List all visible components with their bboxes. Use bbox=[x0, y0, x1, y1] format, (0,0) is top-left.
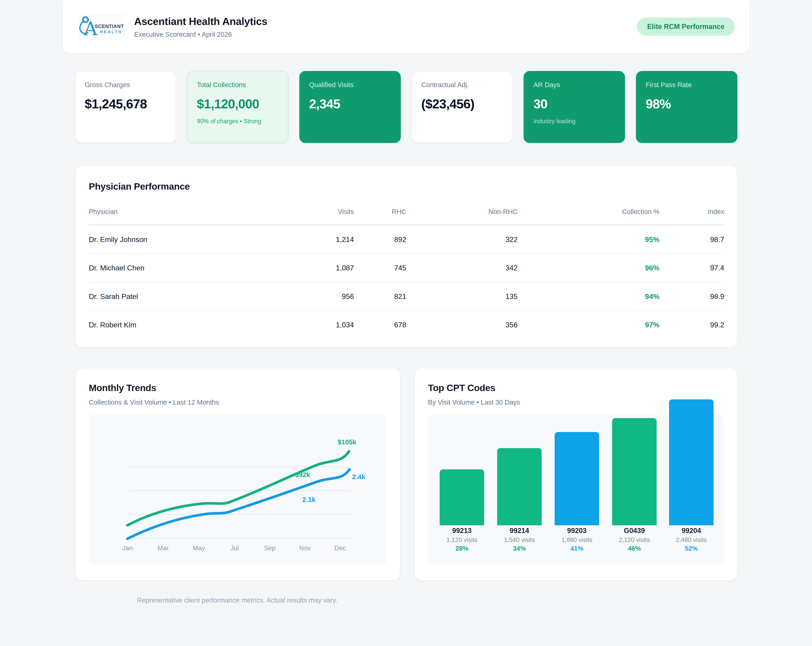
app-header: A SCENTIANT HEALTH Ascentiant Health Ana… bbox=[63, 0, 749, 53]
column-header-non-rhc: Non-RHC bbox=[406, 200, 517, 225]
kpi-value: $1,120,000 bbox=[197, 96, 279, 111]
rhc-value: 892 bbox=[354, 225, 406, 254]
physician-name: Dr. Sarah Patel bbox=[89, 282, 306, 311]
kpi-label: Gross Charges bbox=[85, 81, 166, 89]
collections-end-label: $105k bbox=[337, 438, 356, 446]
x-tick: Nov bbox=[299, 544, 311, 551]
section-title-monthly-trends: Monthly Trends bbox=[89, 383, 386, 394]
visits-value: 956 bbox=[306, 282, 354, 311]
index-value: 99.2 bbox=[659, 310, 724, 339]
bar-percent-labels: 28% 34% 41% 46% 52% bbox=[455, 545, 698, 552]
index-value: 98.7 bbox=[659, 225, 724, 254]
charts-row: Monthly Trends Collections & Visit Volum… bbox=[75, 368, 737, 580]
table-row: Dr. Michael Chen 1,087 745 342 96% 97.4 bbox=[89, 254, 724, 282]
physician-name: Dr. Emily Johnson bbox=[89, 225, 306, 254]
cpt-visits: 1,540 visits bbox=[504, 536, 535, 543]
table-row: Dr. Robert Kim 1,034 678 356 97% 99.2 bbox=[89, 310, 724, 339]
physician-name: Dr. Michael Chen bbox=[89, 254, 306, 282]
bar-99213 bbox=[440, 469, 484, 525]
gridlines bbox=[129, 467, 351, 538]
visits-value: 1,034 bbox=[306, 310, 354, 339]
column-header-collection-pct: Collection % bbox=[517, 200, 659, 225]
top-cpt-codes-card: Top CPT Codes By Visit Volume • Last 30 … bbox=[414, 368, 737, 580]
bar-visit-labels: 1,120 visits 1,540 visits 1,880 visits 2… bbox=[446, 536, 707, 543]
collection-pct-value: 95% bbox=[517, 225, 659, 254]
non-rhc-value: 135 bbox=[406, 282, 517, 311]
visits-mid-label: 2.1k bbox=[302, 496, 315, 503]
column-header-visits: Visits bbox=[306, 200, 354, 225]
x-tick: Dec bbox=[334, 544, 346, 551]
column-header-physician: Physician bbox=[89, 200, 306, 225]
x-tick: Jan bbox=[122, 544, 133, 551]
kpi-value: ($23,456) bbox=[421, 96, 503, 111]
kpi-label: Contractual Adj. bbox=[421, 81, 503, 89]
kpi-value: 98% bbox=[646, 96, 727, 111]
cpt-code: 99213 bbox=[452, 527, 472, 535]
kpi-label: AR Days bbox=[533, 81, 615, 89]
kpi-card-contractual-adj: Contractual Adj. ($23,456) bbox=[411, 71, 513, 143]
collection-pct-value: 97% bbox=[517, 310, 659, 339]
table-row: Dr. Sarah Patel 956 821 135 94% 98.9 bbox=[89, 282, 724, 311]
bar-99214 bbox=[497, 448, 542, 525]
cpt-pct: 41% bbox=[570, 545, 583, 552]
cpt-code: G0439 bbox=[624, 527, 645, 535]
monthly-trends-chart: $105k $92k 2.4k 2.1k Jan Mar May Jul Sep… bbox=[89, 414, 386, 565]
monthly-trends-card: Monthly Trends Collections & Visit Volum… bbox=[75, 368, 400, 580]
kpi-card-first-pass-rate: First Pass Rate 98% bbox=[636, 71, 737, 143]
rhc-value: 821 bbox=[354, 282, 406, 311]
bar-chart: 99213 99214 99203 G0439 99204 1,120 visi… bbox=[428, 394, 725, 565]
cpt-pct: 46% bbox=[627, 545, 641, 552]
page-subtitle: Executive Scorecard • April 2026 bbox=[134, 30, 267, 38]
logo-name-text: SCENTIANT bbox=[95, 23, 124, 29]
kpi-value: 30 bbox=[533, 96, 615, 111]
kpi-card-total-collections: Total Collections $1,120,000 90% of char… bbox=[187, 71, 288, 143]
table-header-row: Physician Visits RHC Non-RHC Collection … bbox=[89, 200, 724, 225]
company-logo: A SCENTIANT HEALTH bbox=[77, 14, 125, 40]
bar-G0439 bbox=[612, 418, 656, 525]
kpi-row: Gross Charges $1,245,678 Total Collectio… bbox=[75, 71, 737, 143]
x-axis-labels: Jan Mar May Jul Sep Nov Dec bbox=[122, 544, 346, 551]
column-header-index: Index bbox=[659, 200, 724, 225]
column-header-rhc: RHC bbox=[354, 200, 406, 225]
x-tick: Sep bbox=[264, 544, 275, 551]
cpt-code: 99214 bbox=[510, 527, 529, 535]
line-chart: $105k $92k 2.4k 2.1k Jan Mar May Jul Sep… bbox=[89, 414, 386, 565]
kpi-card-ar-days: AR Days 30 Industry leading bbox=[524, 71, 625, 143]
non-rhc-value: 342 bbox=[406, 254, 517, 282]
kpi-label: First Pass Rate bbox=[646, 81, 727, 89]
bar-99204 bbox=[669, 399, 713, 525]
visits-value: 1,214 bbox=[306, 225, 354, 254]
cpt-pct: 34% bbox=[513, 545, 526, 552]
kpi-subtext: Industry leading bbox=[533, 118, 615, 124]
kpi-card-gross-charges: Gross Charges $1,245,678 bbox=[75, 71, 176, 143]
table-row: Dr. Emily Johnson 1,214 892 322 95% 98.7 bbox=[89, 225, 724, 254]
collection-pct-value: 96% bbox=[517, 254, 659, 282]
visits-line bbox=[127, 469, 350, 539]
rhc-value: 745 bbox=[354, 254, 406, 282]
index-value: 98.9 bbox=[659, 282, 724, 311]
bar-99203 bbox=[554, 432, 599, 525]
cpt-visits: 2,480 visits bbox=[676, 536, 707, 543]
kpi-label: Qualified Visits bbox=[309, 81, 391, 89]
index-value: 97.4 bbox=[659, 254, 724, 282]
x-tick: Mar bbox=[157, 544, 169, 551]
kpi-value: 2,345 bbox=[309, 96, 391, 111]
kpi-card-qualified-visits: Qualified Visits 2,345 bbox=[299, 71, 401, 143]
collections-mid-label: $92k bbox=[295, 471, 310, 478]
kpi-subtext: 90% of charges • Strong bbox=[197, 118, 279, 124]
rhc-value: 678 bbox=[354, 310, 406, 339]
cpt-visits: 1,880 visits bbox=[561, 536, 592, 543]
section-title-top-cpt-codes: Top CPT Codes bbox=[428, 383, 723, 394]
dashboard-page: A SCENTIANT HEALTH Ascentiant Health Ana… bbox=[0, 0, 812, 646]
page-title: Ascentiant Health Analytics bbox=[134, 15, 267, 27]
cpt-pct: 28% bbox=[455, 545, 468, 552]
x-tick: May bbox=[192, 544, 205, 551]
collection-pct-value: 94% bbox=[517, 282, 659, 311]
monthly-trends-subtitle: Collections & Visit Volume • Last 12 Mon… bbox=[89, 399, 386, 406]
physician-table: Physician Visits RHC Non-RHC Collection … bbox=[89, 200, 724, 339]
visits-end-label: 2.4k bbox=[352, 473, 365, 481]
non-rhc-value: 322 bbox=[406, 225, 517, 254]
logo-wordmark: SCENTIANT HEALTH bbox=[95, 23, 124, 34]
cpt-pct: 52% bbox=[685, 545, 698, 552]
section-title-physician-performance: Physician Performance bbox=[89, 181, 723, 192]
